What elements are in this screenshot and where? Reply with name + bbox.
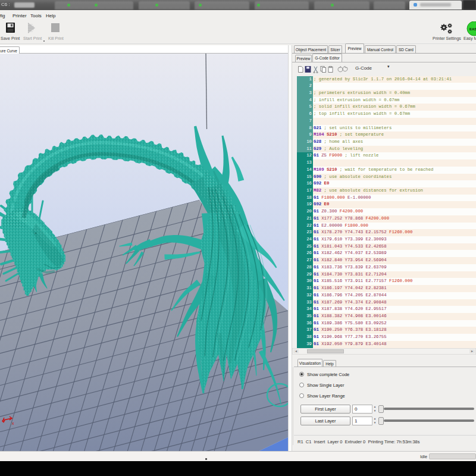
svg-text:x: x <box>12 421 14 425</box>
svg-text:EASY: EASY <box>469 27 476 31</box>
